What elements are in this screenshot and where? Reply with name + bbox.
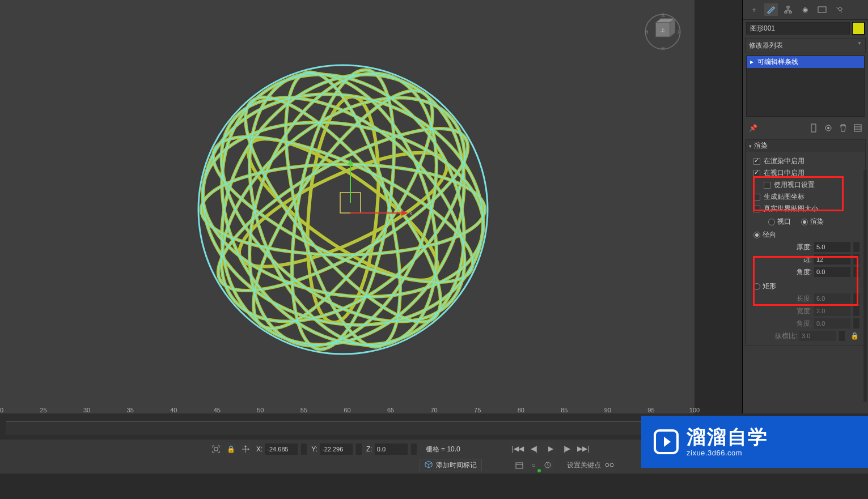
svg-text:北: 北 [661, 12, 665, 18]
timeline-tick: 60 [344, 407, 350, 413]
key-filters-icon[interactable] [603, 459, 616, 471]
modifier-toolbar: 📌 [743, 119, 868, 137]
goto-start-icon[interactable]: |◀◀ [510, 442, 525, 455]
coord-z-input[interactable] [375, 443, 408, 455]
rollout-rendering: 渲染 在渲染中启用 在视口中启用 使用视口设置 生成贴图坐标 真实世界贴图大小 [745, 139, 866, 346]
svg-text:南: 南 [661, 46, 665, 51]
timeline-tick: 85 [561, 407, 568, 413]
timeline-tick: 30 [83, 407, 90, 413]
make-unique-icon[interactable] [823, 122, 834, 134]
tab-display-icon[interactable] [815, 3, 829, 16]
brand-url: zixue.3d66.com [687, 449, 768, 457]
input-rect-angle [814, 318, 850, 329]
input-sides[interactable] [814, 254, 850, 265]
timeline-tick: 90 [604, 407, 611, 413]
chk-gen-map-coords[interactable]: 生成贴图坐标 [753, 191, 859, 203]
radio-rectangular[interactable]: 矩形 [753, 282, 776, 291]
selection-lock-icon[interactable]: 🔒 [225, 443, 237, 455]
spinner-thickness[interactable] [853, 242, 859, 252]
svg-point-8 [197, 100, 488, 320]
timeline[interactable]: 20253035404550556065707580859095100 [0, 413, 695, 440]
viewcube[interactable]: 上 北 南 西 东 [642, 11, 683, 52]
object-color-swatch[interactable] [852, 22, 865, 35]
timeline-tick: 25 [40, 407, 46, 413]
svg-marker-62 [248, 448, 249, 450]
svg-rect-50 [787, 6, 789, 8]
show-end-result-icon[interactable] [808, 122, 819, 134]
isolate-icon[interactable] [210, 443, 222, 455]
radio-viewport[interactable]: 视口 [768, 217, 791, 227]
svg-rect-63 [516, 463, 523, 468]
pin-stack-icon[interactable]: 📌 [747, 122, 759, 134]
input-length [814, 293, 850, 304]
tab-motion-icon[interactable]: ◉ [798, 3, 812, 16]
svg-point-66 [606, 463, 609, 467]
rollout-header-rendering[interactable]: 渲染 [746, 140, 865, 152]
modifier-stack-item[interactable]: ▸ 可编辑样条线 [747, 56, 864, 68]
set-key-label: 设置关键点 [567, 460, 601, 470]
svg-rect-51 [785, 11, 787, 13]
timeline-tick: 80 [518, 407, 524, 413]
radio-render[interactable]: 渲染 [801, 217, 824, 227]
panel-tabs: ＋ ◉ [743, 0, 868, 20]
coord-y-spinner[interactable] [355, 443, 362, 455]
maxscript-icon[interactable] [513, 459, 526, 471]
modifier-list-dropdown[interactable]: 修改器列表 [745, 38, 866, 53]
cube-icon [425, 460, 433, 470]
svg-text:东: 东 [677, 29, 681, 35]
bottom-icon-group-1: ○ [513, 459, 554, 471]
rect-group: 长度: 宽度: 角度: 纵横比: � [753, 292, 859, 342]
svg-point-1 [198, 65, 488, 354]
prev-frame-icon[interactable]: ◀| [527, 442, 541, 455]
command-panel: ＋ ◉ 修改器列表 ▸ 可编辑样条线 📌 [742, 0, 868, 413]
tab-hierarchy-icon[interactable] [781, 3, 795, 16]
svg-rect-60 [214, 447, 218, 451]
coord-x-input[interactable] [265, 443, 298, 455]
chk-enable-in-viewport[interactable]: 在视口中启用 [753, 167, 859, 179]
tab-utilities-icon[interactable] [832, 3, 846, 16]
input-aspect [799, 331, 836, 341]
svg-text:西: 西 [645, 29, 649, 35]
modifier-stack[interactable]: ▸ 可编辑样条线 [746, 56, 865, 117]
transform-type-icon[interactable] [239, 443, 252, 455]
svg-text:上: 上 [660, 28, 665, 33]
lock-icon[interactable]: 🔒 [849, 331, 859, 341]
spinner-angle[interactable] [853, 267, 859, 277]
chk-real-world-size[interactable]: 真实世界贴图大小 [753, 203, 859, 215]
time-config-icon[interactable] [541, 459, 554, 471]
coord-y-input[interactable] [320, 443, 353, 455]
remove-modifier-icon[interactable] [837, 122, 849, 134]
timeline-tick: 35 [127, 407, 134, 413]
input-thickness[interactable] [814, 242, 850, 252]
timeline-tick: 55 [300, 407, 307, 413]
timeline-tick: 75 [474, 407, 481, 413]
watermark-overlay: 溜溜自学 zixue.3d66.com [641, 416, 868, 468]
chk-use-viewport-settings[interactable]: 使用视口设置 [753, 179, 859, 191]
panel-scrollbar[interactable] [863, 170, 867, 402]
playback-controls: |◀◀ ◀| ▶ |▶ ▶▶| [510, 442, 591, 455]
object-name-input[interactable] [746, 22, 850, 35]
configure-modifier-sets-icon[interactable] [852, 122, 863, 134]
input-angle[interactable] [814, 267, 850, 277]
tab-create-icon[interactable]: ＋ [747, 3, 761, 16]
timeline-tick: 20 [0, 407, 3, 413]
timeline-tick: 65 [387, 407, 394, 413]
play-icon[interactable]: ▶ [543, 442, 558, 455]
goto-end-icon[interactable]: ▶▶| [576, 442, 591, 455]
svg-rect-53 [818, 7, 826, 12]
svg-point-26 [197, 100, 488, 320]
coord-z-spinner[interactable] [410, 443, 417, 455]
svg-rect-52 [789, 11, 791, 13]
spinner-sides[interactable] [853, 254, 859, 265]
next-frame-icon[interactable]: |▶ [560, 442, 574, 455]
timeline-tick: 95 [647, 407, 654, 413]
coord-x-spinner[interactable] [300, 443, 307, 455]
brand-title: 溜溜自学 [687, 427, 768, 446]
radio-radial[interactable]: 径向 [753, 230, 776, 240]
svg-point-67 [610, 463, 613, 467]
tab-modify-icon[interactable] [764, 3, 778, 16]
chk-enable-in-render[interactable]: 在渲染中启用 [753, 155, 859, 167]
add-time-tag-button[interactable]: 添加时间标记 [420, 459, 482, 471]
viewport[interactable]: x 上 北 南 西 东 [0, 0, 695, 413]
timeline-tick: 70 [431, 407, 438, 413]
